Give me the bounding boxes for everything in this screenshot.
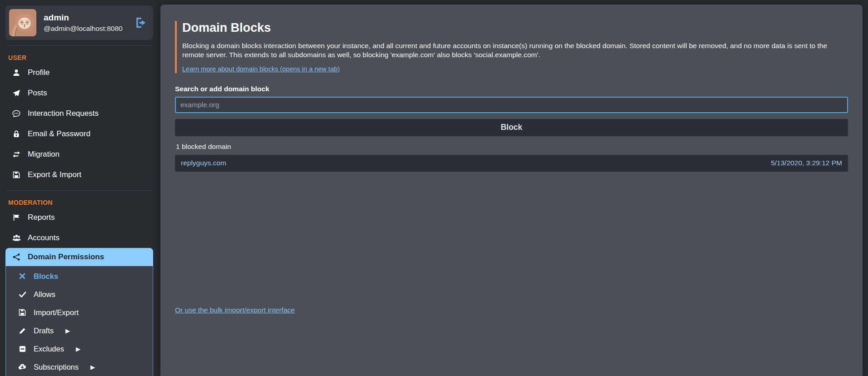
user-info: admin @admin@localhost:8080: [44, 13, 127, 33]
user-nav: Profile Posts Interaction Requests: [5, 62, 153, 185]
domain-permissions-submenu: Blocks Allows Import/Export: [5, 266, 153, 376]
sidebar-divider: [6, 45, 152, 46]
flag-icon: [12, 213, 21, 222]
sidebar-item-label: Import/Export: [34, 308, 79, 317]
sidebar-item-subscriptions[interactable]: Subscriptions ▶: [6, 358, 153, 376]
sidebar-item-migration[interactable]: Migration: [5, 144, 153, 164]
sidebar-item-import-export[interactable]: Import/Export: [6, 303, 153, 322]
pencil-icon: [18, 327, 27, 335]
sidebar-divider: [6, 190, 152, 191]
user-display-name: admin: [44, 13, 127, 23]
sidebar-item-profile[interactable]: Profile: [5, 62, 153, 83]
sloth-avatar: [9, 9, 36, 36]
floppy-disk-icon: [18, 308, 27, 317]
sidebar-item-label: Allows: [34, 290, 55, 299]
caret-right-icon: ▶: [76, 346, 80, 352]
page-description: Blocking a domain blocks interaction bet…: [182, 41, 848, 60]
sidebar-item-interaction-requests[interactable]: Interaction Requests: [5, 103, 153, 124]
blocked-domain-timestamp: 5/13/2020, 3:29:12 PM: [771, 159, 842, 167]
cloud-download-icon: [18, 363, 27, 371]
sidebar-item-reports[interactable]: Reports: [5, 207, 153, 228]
sidebar-item-label: Drafts: [34, 327, 54, 335]
blocked-count: 1 blocked domain: [176, 143, 848, 151]
user-icon: [12, 69, 21, 77]
sidebar-item-excludes[interactable]: Excludes ▶: [6, 340, 153, 358]
page-title: Domain Blocks: [182, 21, 848, 35]
users-icon: [12, 233, 21, 242]
lock-icon: [12, 130, 21, 138]
minus-square-icon: [18, 345, 27, 353]
caret-right-icon: ▶: [90, 364, 95, 371]
x-icon: [18, 272, 27, 280]
sidebar-item-label: Export & Import: [28, 170, 81, 179]
sidebar-item-label: Profile: [28, 68, 50, 77]
search-label: Search or add domain block: [175, 85, 848, 93]
caret-right-icon: ▶: [65, 327, 70, 334]
sidebar-item-domain-permissions[interactable]: Domain Permissions: [5, 248, 153, 266]
check-icon: [18, 291, 27, 298]
section-label-moderation: MODERATION: [5, 196, 153, 207]
sidebar-item-export-import[interactable]: Export & Import: [5, 164, 153, 185]
sidebar-item-email-password[interactable]: Email & Password: [5, 124, 153, 144]
page-header: Domain Blocks Blocking a domain blocks i…: [175, 21, 848, 73]
sidebar-item-label: Migration: [28, 150, 60, 159]
blocked-domain-row[interactable]: replyguys.com 5/13/2020, 3:29:12 PM: [175, 155, 848, 172]
sidebar-item-allows[interactable]: Allows: [6, 285, 153, 303]
sidebar-item-label: Excludes: [34, 345, 64, 353]
bulk-import-export-link[interactable]: Or use the bulk import/export interface: [175, 306, 295, 314]
sign-out-icon: [135, 17, 147, 29]
domain-block-form: Search or add domain block Block: [175, 85, 848, 136]
sidebar-item-posts[interactable]: Posts: [5, 83, 153, 103]
sidebar-item-label: Interaction Requests: [28, 109, 99, 118]
section-label-user: USER: [5, 51, 153, 62]
sidebar-item-label: Email & Password: [28, 129, 90, 139]
logout-button[interactable]: [134, 16, 148, 30]
sidebar-item-label: Domain Permissions: [28, 252, 104, 262]
settings-sidebar: admin @admin@localhost:8080 USER Profile: [0, 0, 160, 376]
user-card[interactable]: admin @admin@localhost:8080: [5, 5, 153, 40]
share-nodes-icon: [12, 253, 21, 261]
sidebar-item-label: Reports: [28, 213, 55, 222]
floppy-disk-icon: [12, 171, 21, 179]
domain-search-input[interactable]: [175, 97, 848, 113]
moderation-nav: Reports Accounts Domain Permissions: [5, 207, 153, 376]
sidebar-item-blocks[interactable]: Blocks: [6, 267, 153, 285]
sidebar-item-accounts[interactable]: Accounts: [5, 228, 153, 248]
sidebar-item-label: Subscriptions: [34, 363, 79, 371]
bulk-link-container: Or use the bulk import/export interface: [175, 306, 848, 314]
learn-more-link[interactable]: Learn more about domain blocks (opens in…: [182, 65, 340, 73]
domain-blocks-panel: Domain Blocks Blocking a domain blocks i…: [160, 5, 863, 376]
block-button[interactable]: Block: [175, 119, 848, 136]
sidebar-item-label: Accounts: [28, 233, 60, 242]
sidebar-item-drafts[interactable]: Drafts ▶: [6, 322, 153, 340]
sidebar-item-label: Blocks: [34, 272, 58, 281]
paper-plane-icon: [12, 89, 21, 97]
blocked-domain-name: replyguys.com: [181, 159, 226, 167]
user-handle: @admin@localhost:8080: [44, 25, 127, 33]
sidebar-item-label: Posts: [28, 89, 47, 98]
arrows-left-right-icon: [12, 150, 21, 158]
comment-dots-icon: [12, 109, 21, 118]
